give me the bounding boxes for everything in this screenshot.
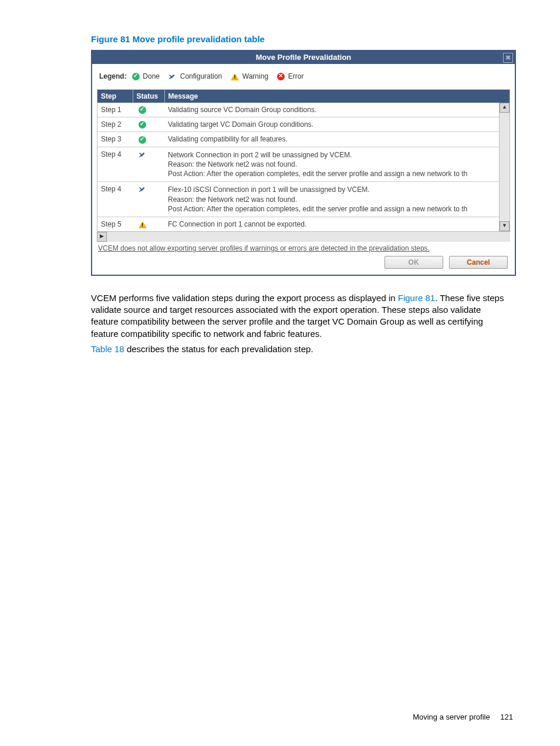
prevalidation-dialog: Move Profile Prevalidation ✖ Legend: Don… bbox=[91, 50, 516, 276]
cancel-button[interactable]: Cancel bbox=[449, 256, 508, 269]
message-cell: Validating target VC Domain Group condit… bbox=[164, 117, 510, 132]
scroll-up-icon[interactable]: ▲ bbox=[500, 103, 510, 113]
legend: Legend: Done Configuration Warning Error bbox=[97, 72, 510, 89]
table-row: Step 3 Validating compatibility for all … bbox=[97, 132, 510, 147]
step-cell: Step 2 bbox=[97, 117, 133, 132]
done-icon bbox=[139, 121, 146, 129]
col-status: Status bbox=[133, 90, 164, 103]
message-cell: Validating compatibility for all feature… bbox=[164, 132, 510, 147]
legend-done: Done bbox=[143, 72, 160, 80]
done-icon bbox=[132, 73, 140, 80]
footer-section: Moving a server profile bbox=[413, 713, 490, 721]
dialog-titlebar: Move Profile Prevalidation ✖ bbox=[92, 51, 515, 64]
legend-error: Error bbox=[288, 72, 304, 80]
configuration-icon bbox=[139, 151, 147, 159]
table-link[interactable]: Table 18 bbox=[91, 344, 124, 354]
message-cell: FC Connection in port 1 cannot be export… bbox=[164, 217, 510, 231]
col-step: Step bbox=[97, 90, 133, 103]
warning-icon bbox=[139, 221, 147, 228]
scroll-down-icon[interactable]: ▼ bbox=[500, 221, 510, 231]
message-cell: Network Connection in port 2 will be una… bbox=[164, 147, 510, 182]
page-footer: Moving a server profile 121 bbox=[413, 713, 513, 721]
table-row: Step 1 Validating source VC Domain Group… bbox=[97, 103, 510, 117]
prevalidation-grid: Step Status Message Step 1 Validating so… bbox=[97, 89, 510, 232]
table-row: Step 4 Network Connection in port 2 will… bbox=[97, 147, 510, 182]
done-icon bbox=[139, 106, 146, 114]
close-icon[interactable]: ✖ bbox=[503, 53, 513, 63]
prevalidation-note: VCEM does not allow exporting server pro… bbox=[97, 242, 510, 252]
configuration-icon bbox=[168, 73, 177, 81]
message-cell: Validating source VC Domain Group condit… bbox=[164, 103, 510, 117]
figure-link[interactable]: Figure 81 bbox=[398, 293, 435, 303]
step-cell: Step 3 bbox=[97, 132, 133, 147]
vertical-scrollbar[interactable]: ▲ ▼ bbox=[499, 103, 510, 231]
scroll-right-icon[interactable]: ▶ bbox=[97, 232, 107, 242]
page-number: 121 bbox=[500, 713, 513, 721]
done-icon bbox=[139, 136, 146, 144]
ok-button[interactable]: OK bbox=[384, 256, 443, 269]
legend-config: Configuration bbox=[180, 72, 222, 80]
configuration-icon bbox=[139, 185, 147, 194]
message-cell: Flex-10 iSCSI Connection in port 1 will … bbox=[164, 182, 510, 217]
table-row: Step 2 Validating target VC Domain Group… bbox=[97, 117, 510, 132]
figure-caption: Figure 81 Move profile prevalidation tab… bbox=[91, 34, 513, 44]
paragraph-2: Table 18 describes the status for each p… bbox=[91, 343, 511, 355]
dialog-title: Move Profile Prevalidation bbox=[256, 53, 352, 62]
step-cell: Step 4 bbox=[97, 182, 133, 217]
step-cell: Step 5 bbox=[97, 217, 133, 231]
table-row: Step 5 FC Connection in port 1 cannot be… bbox=[97, 217, 510, 231]
step-cell: Step 4 bbox=[97, 147, 133, 182]
paragraph-1: VCEM performs five validation steps duri… bbox=[91, 292, 511, 340]
step-cell: Step 1 bbox=[97, 103, 133, 117]
table-row: Step 4 Flex-10 iSCSI Connection in port … bbox=[97, 182, 510, 217]
legend-label: Legend: bbox=[99, 72, 127, 80]
col-message: Message bbox=[164, 90, 510, 103]
error-icon bbox=[277, 73, 285, 80]
horizontal-scrollbar[interactable]: ◀ ▶ bbox=[97, 231, 510, 242]
warning-icon bbox=[231, 73, 239, 80]
legend-warning: Warning bbox=[242, 72, 268, 80]
